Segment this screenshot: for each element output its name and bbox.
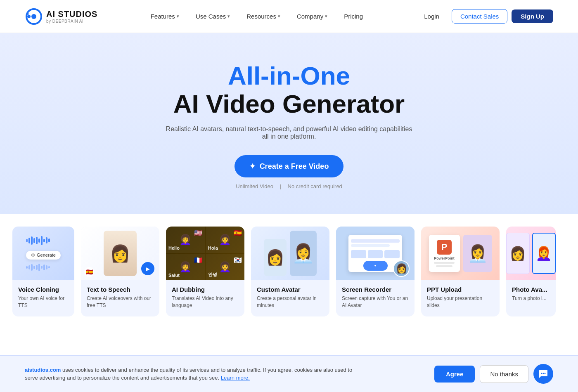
nav-use-cases[interactable]: Use Cases ▾ bbox=[189, 9, 237, 23]
chat-icon bbox=[538, 369, 548, 379]
dub-cell-2: 👩‍🦱 🇪🇸 Hola bbox=[206, 227, 244, 253]
dub-cell-1: 👩‍🦱 🇺🇸 Hello bbox=[166, 227, 205, 253]
card-tts-image: 👩 🇪🇸 ▶ bbox=[81, 227, 159, 280]
create-free-video-button[interactable]: ✦ Create a Free Video bbox=[235, 155, 344, 177]
cookie-banner: aistudios.com uses cookies to deliver an… bbox=[0, 355, 578, 392]
brand-tagline: by DEEPBRAIN AI bbox=[46, 19, 97, 24]
card-recorder-desc: Screen capture with You or an AI Avatar bbox=[342, 295, 409, 309]
card-avatar-desc: Create a personal avatar in minutes bbox=[257, 295, 324, 309]
hero-title-black: AI Video Generator bbox=[25, 90, 553, 118]
photo-visual: 👩 👩‍🦰 bbox=[506, 227, 556, 280]
card-ppt-title: PPT Upload bbox=[427, 286, 494, 293]
contact-sales-button[interactable]: Contact Sales bbox=[452, 9, 507, 24]
card-voice-desc: Your own AI voice for TTS bbox=[18, 295, 69, 309]
card-custom-avatar[interactable]: 👩 👩‍💼 Custom Avatar Create a personal av… bbox=[251, 227, 329, 316]
card-photo-avatar[interactable]: 👩 👩‍🦰 Photo Ava... Turn a photo i... bbox=[506, 227, 556, 316]
login-button[interactable]: Login bbox=[416, 9, 448, 23]
card-photo-content: Photo Ava... Turn a photo i... bbox=[506, 280, 556, 309]
recorder-avatar: 👩 bbox=[393, 260, 410, 277]
nav-company[interactable]: Company ▾ bbox=[290, 9, 334, 23]
svg-point-6 bbox=[545, 373, 546, 374]
dubbing-grid: 👩‍🦱 🇺🇸 Hello 👩‍🦱 🇪🇸 Hola 👩‍🦱 🇫🇷 Salut bbox=[166, 227, 244, 280]
dub-cell-3: 👩‍🦱 🇫🇷 Salut bbox=[166, 254, 205, 280]
tts-flag: 🇪🇸 bbox=[84, 267, 94, 277]
cookie-no-thanks-button[interactable]: No thanks bbox=[480, 365, 528, 383]
navbar: AI STUDIOS by DEEPBRAIN AI Features ▾ Us… bbox=[0, 0, 578, 33]
recorder-screen-header bbox=[348, 235, 402, 235]
cookie-text: aistudios.com uses cookies to deliver an… bbox=[25, 366, 355, 382]
logo[interactable]: AI STUDIOS by DEEPBRAIN AI bbox=[25, 7, 97, 26]
cookie-learn-more-link[interactable]: Learn more. bbox=[221, 375, 250, 381]
svg-point-3 bbox=[27, 13, 29, 15]
feature-cards-section: ⚙ Generate bbox=[0, 214, 578, 341]
card-voice-cloning[interactable]: ⚙ Generate bbox=[12, 227, 74, 316]
tts-person: 👩 bbox=[104, 231, 137, 276]
chevron-down-icon: ▾ bbox=[227, 14, 230, 19]
card-tts-desc: Create AI voiceovers with our free TTS bbox=[87, 295, 154, 309]
chevron-down-icon: ▾ bbox=[177, 14, 179, 19]
svg-point-4 bbox=[541, 373, 542, 374]
hero-subtitle: Realistic AI avatars, natural text-to-sp… bbox=[165, 125, 413, 140]
hero-section: All-in-One AI Video Generator Realistic … bbox=[0, 33, 578, 214]
card-avatar-content: Custom Avatar Create a personal avatar i… bbox=[251, 280, 329, 316]
ppt-slide: P PowerPoint bbox=[429, 235, 460, 272]
card-tts-title: Text to Speech bbox=[87, 286, 154, 293]
cookie-actions: Agree No thanks bbox=[434, 364, 553, 384]
card-photo-desc: Turn a photo i... bbox=[512, 295, 550, 302]
nav-menu: Features ▾ Use Cases ▾ Resources ▾ Compa… bbox=[144, 9, 370, 23]
logo-text: AI STUDIOS by DEEPBRAIN AI bbox=[46, 9, 97, 24]
avatar-visual: 👩 👩‍💼 bbox=[251, 227, 329, 280]
card-text-to-speech[interactable]: 👩 🇪🇸 ▶ Text to Speech Create AI voiceove… bbox=[81, 227, 159, 316]
card-ai-dubbing[interactable]: 👩‍🦱 🇺🇸 Hello 👩‍🦱 🇪🇸 Hola 👩‍🦱 🇫🇷 Salut bbox=[166, 227, 244, 316]
sparkle-icon: ✦ bbox=[249, 162, 256, 171]
card-screen-recorder[interactable]: ● 👩 Screen Recorder Screen capture with … bbox=[336, 227, 415, 316]
card-voice-image: ⚙ Generate bbox=[12, 227, 74, 280]
cookie-site-link[interactable]: aistudios.com bbox=[25, 367, 61, 373]
generate-button-card: ⚙ Generate bbox=[26, 251, 61, 260]
card-voice-content: Voice Cloning Your own AI voice for TTS bbox=[12, 280, 74, 316]
nav-resources[interactable]: Resources ▾ bbox=[240, 9, 287, 23]
svg-point-5 bbox=[543, 373, 544, 374]
svg-point-2 bbox=[27, 15, 31, 18]
play-button[interactable]: ▶ bbox=[141, 262, 154, 275]
ppt-visual: P PowerPoint 👩‍💼 bbox=[421, 227, 500, 280]
card-ppt-upload[interactable]: P PowerPoint 👩‍💼 PPT Upload Upload your … bbox=[421, 227, 500, 316]
hero-note: Unlimited Video | No credit card require… bbox=[25, 183, 553, 189]
card-dubbing-title: AI Dubbing bbox=[172, 286, 239, 293]
card-tts-content: Text to Speech Create AI voiceovers with… bbox=[81, 280, 159, 316]
photo-card-2: 👩‍🦰 bbox=[532, 233, 556, 274]
dub-cell-4: 👩‍🦱 🇰🇷 안녕 bbox=[206, 254, 244, 280]
card-dubbing-image: 👩‍🦱 🇺🇸 Hello 👩‍🦱 🇪🇸 Hola 👩‍🦱 🇫🇷 Salut bbox=[166, 227, 244, 280]
ppt-presenter: 👩‍💼 bbox=[463, 235, 492, 272]
chevron-down-icon: ▾ bbox=[325, 14, 327, 19]
card-avatar-image: 👩 👩‍💼 bbox=[251, 227, 329, 280]
card-recorder-image: ● 👩 bbox=[336, 227, 415, 280]
card-photo-title: Photo Ava... bbox=[512, 286, 550, 293]
card-avatar-title: Custom Avatar bbox=[257, 286, 324, 293]
cookie-agree-button[interactable]: Agree bbox=[434, 366, 475, 383]
card-ppt-desc: Upload your presentation slides bbox=[427, 295, 494, 309]
card-photo-image: 👩 👩‍🦰 bbox=[506, 227, 556, 280]
recorder-visual: ● 👩 bbox=[336, 227, 415, 280]
chat-button[interactable] bbox=[533, 364, 553, 384]
card-recorder-title: Screen Recorder bbox=[342, 286, 409, 293]
navbar-actions: Login Contact Sales Sign Up bbox=[416, 9, 553, 24]
nav-pricing[interactable]: Pricing bbox=[337, 9, 370, 23]
logo-icon bbox=[25, 7, 43, 26]
chevron-down-icon: ▾ bbox=[278, 14, 280, 19]
photo-card-1: 👩 bbox=[506, 233, 530, 274]
card-voice-title: Voice Cloning bbox=[18, 286, 69, 293]
nav-features[interactable]: Features ▾ bbox=[144, 9, 186, 23]
card-ppt-content: PPT Upload Upload your presentation slid… bbox=[421, 280, 500, 316]
signup-button[interactable]: Sign Up bbox=[512, 9, 553, 23]
card-ppt-image: P PowerPoint 👩‍💼 bbox=[421, 227, 500, 280]
card-recorder-content: Screen Recorder Screen capture with You … bbox=[336, 280, 415, 316]
brand-name: AI STUDIOS bbox=[46, 9, 97, 19]
voice-wave: ⚙ Generate bbox=[18, 228, 69, 279]
feature-cards-row: ⚙ Generate bbox=[12, 227, 566, 316]
card-dubbing-desc: Translates AI Video into any language bbox=[172, 295, 239, 309]
svg-point-1 bbox=[31, 14, 36, 19]
tts-visual: 👩 🇪🇸 ▶ bbox=[81, 227, 159, 280]
card-dubbing-content: AI Dubbing Translates AI Video into any … bbox=[166, 280, 244, 316]
hero-title-blue: All-in-One bbox=[25, 62, 553, 90]
